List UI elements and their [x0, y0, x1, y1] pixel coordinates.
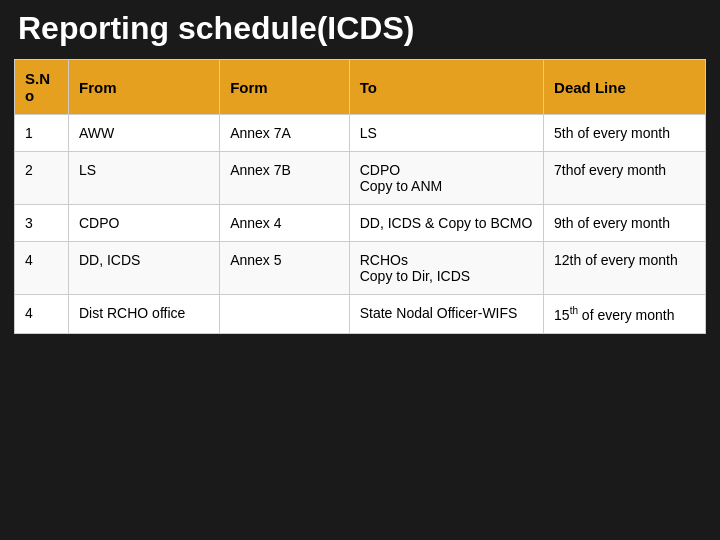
cell-form: Annex 5	[220, 242, 350, 295]
cell-from: CDPO	[68, 205, 219, 242]
cell-from: Dist RCHO office	[68, 295, 219, 334]
table-header-row: S.No From Form To Dead Line	[15, 60, 706, 115]
cell-deadline: 7thof every month	[544, 152, 706, 205]
cell-from: LS	[68, 152, 219, 205]
table-row: 2 LS Annex 7B CDPOCopy to ANM 7thof ever…	[15, 152, 706, 205]
cell-deadline: 5th of every month	[544, 115, 706, 152]
header-to: To	[349, 60, 543, 115]
cell-form: Annex 7A	[220, 115, 350, 152]
table-row: 3 CDPO Annex 4 DD, ICDS & Copy to BCMO 9…	[15, 205, 706, 242]
cell-deadline: 12th of every month	[544, 242, 706, 295]
page: Reporting schedule(ICDS) S.No From Form …	[0, 0, 720, 540]
cell-sn: 2	[15, 152, 69, 205]
cell-form: Annex 4	[220, 205, 350, 242]
cell-deadline: 9th of every month	[544, 205, 706, 242]
header-form: Form	[220, 60, 350, 115]
table-row: 1 AWW Annex 7A LS 5th of every month	[15, 115, 706, 152]
cell-sn: 1	[15, 115, 69, 152]
page-title: Reporting schedule(ICDS)	[14, 10, 706, 47]
cell-from: AWW	[68, 115, 219, 152]
cell-deadline: 15th of every month	[544, 295, 706, 334]
table-row: 4 Dist RCHO office State Nodal Officer-W…	[15, 295, 706, 334]
cell-to: CDPOCopy to ANM	[349, 152, 543, 205]
cell-from: DD, ICDS	[68, 242, 219, 295]
cell-to: LS	[349, 115, 543, 152]
cell-sn: 3	[15, 205, 69, 242]
cell-to: RCHOsCopy to Dir, ICDS	[349, 242, 543, 295]
header-sn: S.No	[15, 60, 69, 115]
header-from: From	[68, 60, 219, 115]
header-deadline: Dead Line	[544, 60, 706, 115]
cell-sn: 4	[15, 295, 69, 334]
cell-form	[220, 295, 350, 334]
cell-sn: 4	[15, 242, 69, 295]
reporting-table: S.No From Form To Dead Line 1 AWW Annex …	[14, 59, 706, 334]
table-row: 4 DD, ICDS Annex 5 RCHOsCopy to Dir, ICD…	[15, 242, 706, 295]
cell-form: Annex 7B	[220, 152, 350, 205]
cell-to: State Nodal Officer-WIFS	[349, 295, 543, 334]
cell-to: DD, ICDS & Copy to BCMO	[349, 205, 543, 242]
